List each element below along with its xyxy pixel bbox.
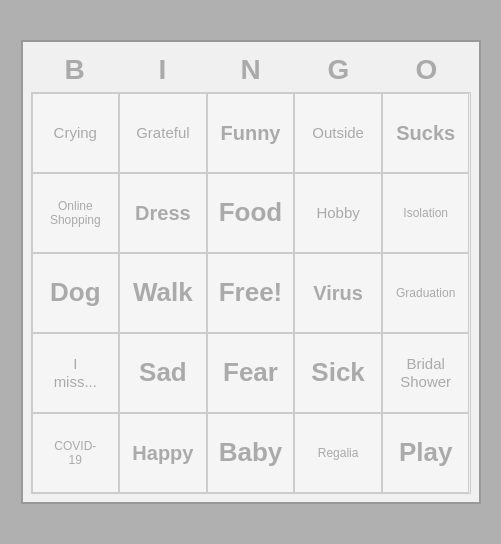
cell-text: Regalia <box>318 446 359 460</box>
bingo-cell[interactable]: Hobby <box>294 173 382 253</box>
cell-text: Happy <box>132 441 193 465</box>
header-letter: B <box>31 50 119 90</box>
cell-text: I miss... <box>54 355 97 391</box>
cell-text: Funny <box>220 121 280 145</box>
bingo-cell[interactable]: Food <box>207 173 295 253</box>
bingo-cell[interactable]: Sad <box>119 333 207 413</box>
bingo-cell[interactable]: Dog <box>32 253 120 333</box>
cell-text: Sucks <box>396 121 455 145</box>
cell-text: Crying <box>54 124 97 142</box>
bingo-cell[interactable]: Baby <box>207 413 295 493</box>
bingo-cell[interactable]: Fear <box>207 333 295 413</box>
cell-text: Food <box>219 197 283 228</box>
bingo-cell[interactable]: Bridal Shower <box>382 333 470 413</box>
bingo-cell[interactable]: Dress <box>119 173 207 253</box>
cell-text: Fear <box>223 357 278 388</box>
bingo-header: BINGO <box>31 50 471 90</box>
bingo-cell[interactable]: I miss... <box>32 333 120 413</box>
bingo-cell[interactable]: Sucks <box>382 93 470 173</box>
cell-text: Hobby <box>316 204 359 222</box>
header-letter: I <box>119 50 207 90</box>
cell-text: Baby <box>219 437 283 468</box>
cell-text: Grateful <box>136 124 189 142</box>
cell-text: Online Shopping <box>50 199 101 228</box>
cell-text: Sad <box>139 357 187 388</box>
cell-text: Virus <box>313 281 363 305</box>
header-letter: N <box>207 50 295 90</box>
bingo-grid: CryingGratefulFunnyOutsideSucksOnline Sh… <box>31 92 471 494</box>
bingo-cell[interactable]: Walk <box>119 253 207 333</box>
bingo-cell[interactable]: Online Shopping <box>32 173 120 253</box>
cell-text: Dress <box>135 201 191 225</box>
cell-text: Free! <box>219 277 283 308</box>
bingo-cell[interactable]: Sick <box>294 333 382 413</box>
cell-text: Bridal Shower <box>400 355 451 391</box>
header-letter: O <box>383 50 471 90</box>
header-letter: G <box>295 50 383 90</box>
bingo-cell[interactable]: Isolation <box>382 173 470 253</box>
bingo-cell[interactable]: Play <box>382 413 470 493</box>
cell-text: Outside <box>312 124 364 142</box>
cell-text: Dog <box>50 277 101 308</box>
bingo-cell[interactable]: Outside <box>294 93 382 173</box>
bingo-cell[interactable]: Funny <box>207 93 295 173</box>
bingo-cell[interactable]: Happy <box>119 413 207 493</box>
bingo-cell[interactable]: Grateful <box>119 93 207 173</box>
bingo-cell[interactable]: Free! <box>207 253 295 333</box>
bingo-cell[interactable]: Graduation <box>382 253 470 333</box>
cell-text: COVID- 19 <box>54 439 96 468</box>
cell-text: Play <box>399 437 453 468</box>
cell-text: Sick <box>311 357 365 388</box>
bingo-cell[interactable]: Virus <box>294 253 382 333</box>
bingo-cell[interactable]: Regalia <box>294 413 382 493</box>
cell-text: Walk <box>133 277 193 308</box>
cell-text: Isolation <box>403 206 448 220</box>
bingo-cell[interactable]: COVID- 19 <box>32 413 120 493</box>
cell-text: Graduation <box>396 286 455 300</box>
bingo-card: BINGO CryingGratefulFunnyOutsideSucksOnl… <box>21 40 481 504</box>
bingo-cell[interactable]: Crying <box>32 93 120 173</box>
